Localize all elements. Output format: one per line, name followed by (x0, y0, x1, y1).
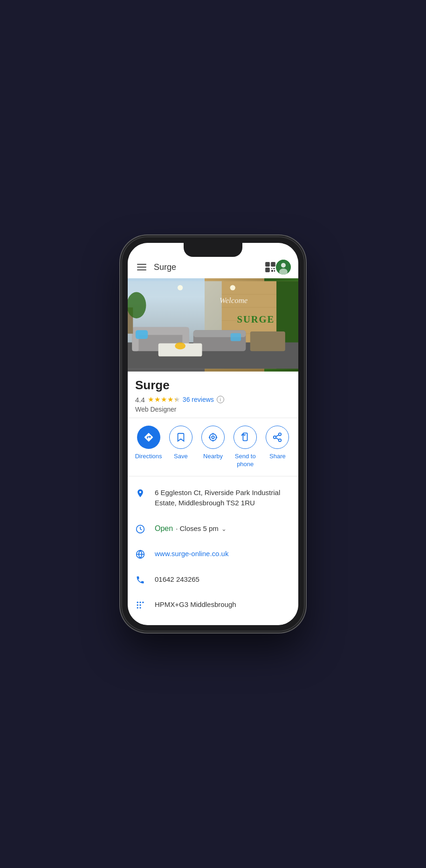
clock-icon (135, 524, 145, 534)
svg-point-39 (212, 436, 214, 439)
svg-point-48 (274, 436, 276, 439)
info-icon[interactable]: i (217, 396, 224, 403)
user-avatar[interactable] (276, 260, 291, 275)
rating-number: 4.4 (135, 396, 145, 404)
svg-point-33 (128, 292, 146, 318)
app-title: Surge (154, 262, 265, 272)
directions-icon-circle (137, 426, 160, 449)
nearby-label: Nearby (203, 453, 223, 461)
phone-frame: Surge (122, 237, 304, 631)
svg-rect-9 (274, 270, 275, 272)
place-name: Surge (135, 378, 291, 393)
svg-rect-5 (266, 269, 269, 271)
qr-code-icon[interactable] (265, 262, 276, 273)
star-4: ★ (167, 395, 173, 404)
share-button[interactable]: Share (261, 426, 294, 461)
phone-row[interactable]: 01642 243265 (128, 567, 298, 592)
svg-rect-29 (231, 333, 241, 341)
send-to-phone-icon (240, 432, 250, 442)
svg-point-38 (230, 285, 235, 290)
menu-button[interactable] (135, 262, 148, 272)
address-row: 6 Eggleston Ct, Riverside Park Industria… (128, 480, 298, 516)
save-label: Save (174, 453, 188, 461)
place-info-section: Surge 4.4 ★ ★ ★ ★ ★★ 36 reviews i (128, 372, 298, 418)
svg-rect-8 (271, 270, 273, 272)
svg-rect-26 (136, 330, 148, 339)
svg-point-40 (210, 434, 217, 441)
hero-image[interactable]: SURGE Welcome (128, 278, 298, 372)
send-to-phone-row[interactable]: Send to your phone (128, 618, 298, 625)
svg-line-50 (276, 438, 279, 440)
star-5: ★★ (174, 395, 180, 404)
svg-point-57 (142, 602, 144, 603)
svg-point-37 (178, 285, 183, 290)
place-category: Web Designer (135, 406, 291, 413)
action-buttons: Directions Save (128, 418, 298, 476)
star-rating: ★ ★ ★ ★ ★★ (148, 395, 180, 404)
svg-point-56 (139, 602, 141, 603)
hours-row[interactable]: Open · Closes 5 pm ⌄ (128, 516, 298, 542)
rating-row: 4.4 ★ ★ ★ ★ ★★ 36 reviews i (135, 395, 291, 404)
svg-point-31 (175, 343, 186, 350)
svg-rect-6 (271, 268, 272, 269)
svg-point-47 (279, 433, 282, 436)
svg-rect-34 (250, 331, 285, 351)
globe-icon (135, 549, 145, 559)
hero-scene-svg: SURGE Welcome (128, 278, 298, 372)
svg-rect-7 (273, 268, 275, 269)
svg-point-11 (281, 263, 286, 268)
send-to-phone-label: Send to phone (229, 453, 261, 468)
send-to-phone-button[interactable]: Send to phone (229, 426, 261, 468)
svg-point-60 (137, 607, 138, 608)
plus-code-content: HPMX+G3 Middlesbrough (155, 599, 291, 610)
reviews-link[interactable]: 36 reviews (183, 396, 214, 403)
open-status: Open (155, 524, 173, 533)
plus-code-row[interactable]: HPMX+G3 Middlesbrough (128, 592, 298, 618)
website-text[interactable]: www.surge-online.co.uk (155, 550, 228, 558)
hours-content: Open · Closes 5 pm ⌄ (155, 524, 291, 534)
phone-notch (184, 243, 242, 257)
star-1: ★ (148, 395, 154, 404)
svg-text:SURGE: SURGE (237, 314, 275, 324)
address-content: 6 Eggleston Ct, Riverside Park Industria… (155, 488, 291, 509)
plus-code-icon (135, 599, 145, 610)
hours-expand-icon[interactable]: ⌄ (221, 525, 227, 532)
share-icon-circle (266, 426, 289, 449)
phone-screen: Surge (128, 243, 298, 625)
menu-line-3 (137, 269, 146, 270)
svg-point-55 (137, 602, 138, 603)
website-content: www.surge-online.co.uk (155, 549, 291, 559)
directions-label: Directions (135, 453, 162, 461)
website-row[interactable]: www.surge-online.co.uk (128, 541, 298, 567)
svg-point-49 (279, 439, 282, 442)
save-icon (176, 432, 186, 442)
hours-text-row: Open · Closes 5 pm ⌄ (155, 524, 291, 534)
phone-content: 01642 243265 (155, 574, 291, 585)
plus-code-text: HPMX+G3 Middlesbrough (155, 600, 236, 608)
star-3: ★ (161, 395, 167, 404)
star-2: ★ (154, 395, 160, 404)
svg-line-51 (276, 435, 279, 437)
svg-text:Welcome: Welcome (220, 296, 248, 305)
menu-line-2 (137, 267, 146, 268)
phone-icon (135, 574, 145, 585)
phone-text[interactable]: 01642 243265 (155, 575, 199, 583)
location-icon (135, 488, 145, 499)
nearby-button[interactable]: Nearby (197, 426, 229, 461)
hours-suffix: · Closes 5 pm (176, 524, 219, 534)
directions-icon (144, 432, 154, 442)
nearby-icon-circle (201, 426, 225, 449)
svg-point-58 (137, 605, 138, 606)
details-section: 6 Eggleston Ct, Riverside Park Industria… (128, 476, 298, 625)
address-text: 6 Eggleston Ct, Riverside Park Industria… (155, 489, 280, 507)
menu-line-1 (137, 264, 146, 265)
svg-point-61 (139, 607, 141, 608)
nearby-icon (208, 432, 218, 442)
share-label: Share (269, 453, 286, 461)
svg-rect-3 (272, 263, 275, 266)
svg-rect-1 (266, 263, 269, 266)
screen-content[interactable]: Surge (128, 243, 298, 625)
svg-point-59 (139, 605, 141, 606)
directions-button[interactable]: Directions (132, 426, 165, 461)
save-button[interactable]: Save (165, 426, 197, 461)
